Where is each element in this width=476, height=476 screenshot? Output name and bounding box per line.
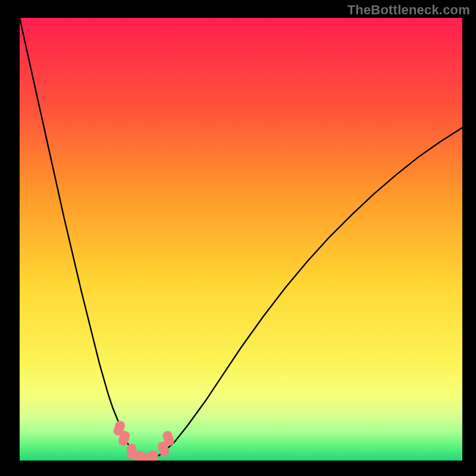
marker-dot (149, 450, 158, 465)
chart-frame: TheBottleneck.com (0, 0, 476, 476)
bottleneck-chart (0, 0, 476, 476)
plot-background (20, 18, 462, 461)
